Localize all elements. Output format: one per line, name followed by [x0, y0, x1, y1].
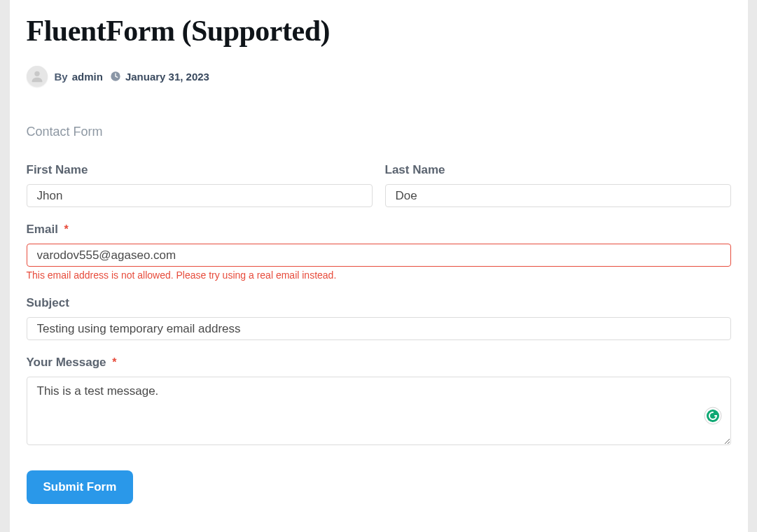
grammarly-icon[interactable]	[703, 406, 723, 426]
submit-button[interactable]: Submit Form	[27, 470, 134, 504]
by-label: By	[55, 71, 68, 83]
post-date: January 31, 2023	[125, 71, 209, 83]
page-title: FluentForm (Supported)	[27, 14, 731, 48]
svg-point-3	[707, 410, 719, 422]
post-author[interactable]: admin	[72, 71, 103, 83]
email-error-message: This email address is not allowed. Pleas…	[27, 270, 731, 281]
first-name-field[interactable]	[27, 184, 373, 207]
clock-icon	[110, 71, 121, 82]
required-indicator: *	[112, 356, 116, 368]
svg-point-0	[34, 71, 39, 76]
last-name-field[interactable]	[385, 184, 731, 207]
email-label: Email *	[27, 223, 731, 237]
form-title: Contact Form	[27, 125, 731, 139]
avatar	[27, 66, 48, 87]
subject-label: Subject	[27, 296, 731, 310]
post-meta: By admin January 31, 2023	[27, 66, 731, 87]
article-card: FluentForm (Supported) By admin January …	[10, 0, 748, 532]
first-name-label: First Name	[27, 163, 373, 177]
email-field[interactable]	[27, 244, 731, 267]
subject-field[interactable]	[27, 317, 731, 340]
message-field[interactable]	[27, 377, 731, 445]
email-label-text: Email	[27, 223, 58, 236]
message-label-text: Your Message	[27, 356, 106, 369]
required-indicator: *	[64, 223, 69, 235]
message-label: Your Message *	[27, 356, 731, 370]
last-name-label: Last Name	[385, 163, 731, 177]
